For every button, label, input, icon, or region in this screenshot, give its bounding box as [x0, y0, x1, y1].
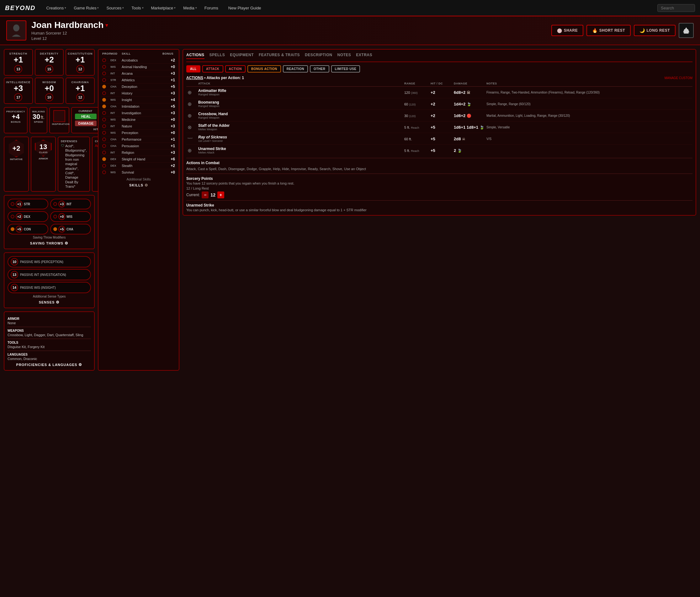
skill-prof-dot [102, 58, 106, 62]
tab-equipment[interactable]: EQUIPMENT [230, 53, 254, 59]
hp-damage-row: DAMAGE [75, 121, 97, 126]
attack-name-cell: Crossbow, Hand Ranged Weapon [198, 112, 403, 119]
skill-stat: WIS [110, 118, 120, 121]
saving-throws-box: +1 STR +3 INT +2 DEX +0 WIS +5 CON +5 CH… [4, 195, 95, 249]
skill-name: Performance [122, 138, 161, 141]
sense-item: 13 PASSIVE INT (INVESTIGATION) [7, 269, 91, 280]
attack-damage: 1d6+2 [454, 113, 466, 118]
attack-damage-icon: 🏛 [467, 90, 470, 95]
attack-range-cell: 60 ft. [404, 137, 429, 141]
tab-features---traits[interactable]: FEATURES & TRAITS [259, 53, 300, 59]
skill-stat: INT [110, 151, 120, 154]
topbar: BEYOND Creations ▾ Game Rules ▾ Sources … [0, 0, 700, 16]
sorcery-points-per-rest: 12 / Long Rest [186, 187, 693, 190]
attack-name-cell: Staff of the Adder Melee Weapon [198, 123, 403, 131]
skill-prof-dot [102, 72, 106, 75]
skill-stat: CHA [110, 85, 120, 88]
tab-description[interactable]: DESCRIPTION [305, 53, 332, 59]
saving-throws-gear-icon[interactable]: ⚙ [65, 241, 68, 245]
armor-label: ARMOR [34, 157, 53, 160]
tab-spells[interactable]: SPELLS [209, 53, 225, 59]
hp-heal-row: HEAL [75, 114, 97, 119]
nav-tools-arrow: ▾ [142, 6, 144, 9]
nav-tools[interactable]: Tools ▾ [128, 4, 147, 12]
ability-box-dexterity: DEXTERITY +2 15 [35, 49, 64, 76]
skill-stat: WIS [110, 131, 120, 134]
initiative-hex: +2 [7, 140, 25, 157]
attack-name: Crossbow, Hand [198, 112, 403, 116]
section-divider-2 [186, 173, 693, 174]
filter-bonus-action[interactable]: BONUS ACTION [247, 65, 281, 72]
ability-mod: +3 [6, 84, 31, 93]
char-name-arrow[interactable]: ▾ [105, 22, 108, 28]
skill-name: Deception [122, 85, 161, 89]
short-rest-button[interactable]: 🔥 SHORT REST [586, 25, 631, 36]
skill-row-sleight-of-hand: DEX Sleight of Hand +6 [101, 156, 176, 163]
tab-extras[interactable]: EXTRAS [356, 53, 372, 59]
skill-name: Acrobatics [122, 58, 161, 62]
tab-notes[interactable]: NOTES [338, 53, 351, 59]
tab-actions[interactable]: ACTIONS [186, 53, 204, 59]
inspiration-label: INSPIRATION [52, 123, 67, 125]
skill-row-arcana: INT Arcana +3 [101, 70, 176, 77]
attack-hit-cell: +2 [431, 113, 453, 118]
filter-reaction[interactable]: REACTION [283, 65, 308, 72]
actions-header-row: ACTIONS • Attacks per Action: 1 MANAGE C… [186, 76, 693, 80]
attack-col-header: HIT / DC [431, 82, 453, 85]
inspiration-bubble [53, 110, 65, 122]
ability-score: 12 [76, 65, 84, 73]
attack-damage: 1d4+2 [454, 102, 466, 106]
skill-bonus: +0 [162, 170, 175, 174]
skill-bonus: +3 [162, 150, 175, 155]
filter-all[interactable]: ALL [186, 65, 200, 72]
nav-items: Creations ▾ Game Rules ▾ Sources ▾ Tools… [43, 4, 657, 12]
attack-name: Staff of the Adder [198, 123, 403, 128]
attack-damage: 2 [454, 148, 456, 153]
search-input[interactable] [657, 4, 695, 12]
nav-sources[interactable]: Sources ▾ [103, 4, 127, 12]
nav-creations[interactable]: Creations ▾ [43, 4, 70, 12]
attack-damage-cell: 2 🍃 [454, 148, 485, 153]
saving-throw-modifiers-label: Saving Throw Modifiers [7, 236, 91, 239]
proficiencies-gear-icon[interactable]: ⚙ [78, 362, 82, 367]
skills-gear-icon[interactable]: ⚙ [145, 183, 148, 187]
nav-game-rules[interactable]: Game Rules ▾ [71, 4, 102, 12]
nav-new-player-guide[interactable]: New Player Guide [225, 4, 265, 12]
share-button[interactable]: ⬤ SHARE [551, 25, 583, 36]
prof-section-tools: TOOLS Disguise Kit, Forgery Kit [7, 341, 91, 351]
manage-custom-button[interactable]: MANAGE CUSTOM [665, 76, 693, 80]
filter-other[interactable]: OTHER [310, 65, 329, 72]
throw-badge: +2 [16, 213, 23, 220]
sorcery-increase-button[interactable]: + [217, 191, 224, 198]
sorcery-decrease-button[interactable]: − [202, 191, 208, 198]
nav-forums[interactable]: Forums [201, 4, 221, 12]
damage-button[interactable]: DAMAGE [75, 121, 97, 126]
filter-row: ALLATTACKACTIONBONUS ACTIONREACTIONOTHER… [186, 65, 693, 72]
additional-skills-link[interactable]: Additional Skills [101, 177, 176, 181]
heal-button[interactable]: HEAL [75, 114, 97, 119]
attack-col-header [188, 82, 197, 85]
nav-marketplace[interactable]: Marketplace ▾ [148, 4, 179, 12]
inspiration-box: INSPIRATION [49, 107, 69, 134]
skill-name: History [122, 91, 161, 95]
attack-row-antimatter-rifle: ⊕ Antimatter Rifle Ranged Weapon 120 (36… [186, 87, 693, 98]
prof-value: Common, Draconic [7, 357, 91, 361]
proficiency-box: PROFICIENCY +4 BONUS [4, 107, 28, 134]
skill-row-religion: INT Religion +3 [101, 149, 176, 156]
throw-label: WIS [67, 215, 72, 218]
skill-bonus: +3 [162, 111, 175, 115]
filter-limited-use[interactable]: LIMITED USE [331, 65, 360, 72]
sorcery-points-desc: You have 12 sorcery points that you rega… [186, 182, 693, 185]
throw-badge: +5 [16, 226, 23, 233]
attack-hit: +2 [431, 113, 435, 118]
long-rest-button[interactable]: 🌙 LONG REST [634, 25, 676, 36]
defenses-box: DEFENSES 🛡 Acid*, Bludgeoning*, Bludgeon… [58, 137, 90, 192]
saving-throw-str: +1 STR [7, 199, 48, 209]
ddb-icon[interactable] [679, 23, 694, 38]
nav-media[interactable]: Media ▾ [180, 4, 200, 12]
filter-action[interactable]: ACTION [225, 65, 246, 72]
right-column: ACTIONSSPELLSEQUIPMENTFEATURES & TRAITSD… [182, 49, 696, 371]
senses-gear-icon[interactable]: ⚙ [56, 300, 59, 305]
filter-attack[interactable]: ATTACK [202, 65, 223, 72]
saving-throws-title: SAVING THROWS ⚙ [7, 241, 91, 245]
